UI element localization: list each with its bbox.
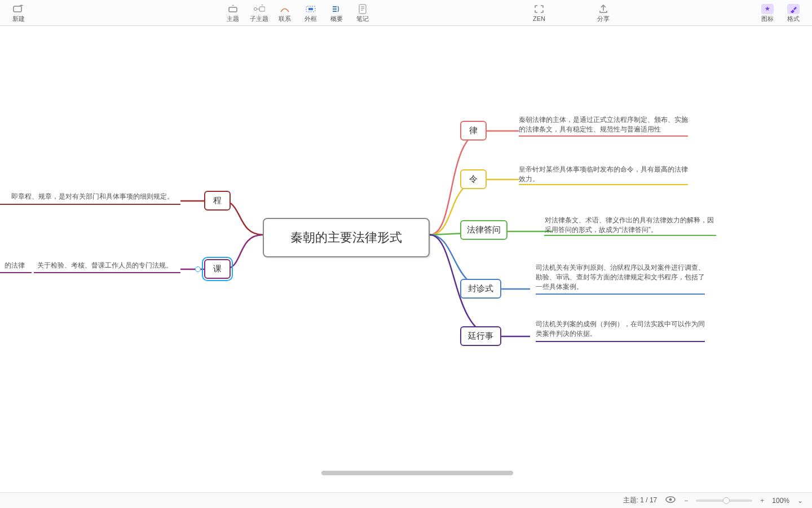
boundary-icon [304,4,317,14]
svg-rect-10 [308,8,313,10]
new-button[interactable]: 新建 [6,0,32,25]
summary-button[interactable]: 概要 [324,0,350,25]
desc-cheng: 即章程、规章，是对有关部门和具体事项的细则规定。 [11,192,180,202]
zen-label: ZEN [533,15,545,22]
summary-icon [330,4,343,14]
node-ling[interactable]: 令 [460,169,487,189]
subtopic-icon: + [253,4,265,14]
svg-rect-6 [259,7,265,11]
subtopic-button[interactable]: + 子主题 [246,0,272,25]
topic-label: 主题 [227,15,239,22]
connectors [0,26,812,492]
boundary-button[interactable]: 外框 [298,0,324,25]
node-lv[interactable]: 律 [460,121,487,141]
summary-label: 概要 [330,15,343,22]
new-label: 新建 [12,15,25,22]
subtopic-label: 子主题 [250,15,268,22]
topic-icon: + [227,4,239,14]
relation-icon [279,4,291,14]
star-icon: ★ [761,4,774,14]
status-bar: 主题: 1 / 17 − + 100% ⌄ [0,492,812,508]
desc-ling: 皇帝针对某些具体事项临时发布的命令，具有最高的法律效力。 [519,165,688,184]
new-icon [12,4,25,14]
desc-ting: 司法机关判案的成例（判例），在司法实践中可以作为同类案件判决的依据。 [536,319,705,339]
node-dawen[interactable]: 法律答问 [460,220,508,240]
selection-handle[interactable] [195,266,201,272]
desc-lv: 秦朝法律的主体，是通过正式立法程序制定、颁布、实施的法律条文，具有稳定性、规范性… [519,115,688,134]
icons-label: 图标 [761,15,774,22]
desc-ke-a: 的法律 [0,261,25,270]
note-label: 笔记 [356,15,369,22]
svg-point-27 [669,498,672,501]
svg-text:+: + [232,5,235,8]
boundary-label: 外框 [304,15,317,22]
icons-button[interactable]: ★ 图标 [754,0,780,25]
format-button[interactable]: 格式 [780,0,806,25]
node-cheng[interactable]: 程 [204,191,231,211]
note-icon [356,4,369,14]
node-ke[interactable]: 课 [204,259,231,279]
visibility-toggle[interactable] [665,496,676,505]
desc-feng: 司法机关有关审判原则、治狱程序以及对案件进行调查、勘验、审讯、查封等方面的法律规… [536,263,705,292]
zoom-in-button[interactable]: + [760,497,764,505]
zoom-menu-chevron-icon[interactable]: ⌄ [797,497,803,505]
desc-dawen: 对法律条文、术语、律义作出的具有法律效力的解释，因采用答问的形式，故成为“法律答… [545,216,714,235]
svg-rect-3 [229,7,237,12]
zoom-slider-knob[interactable] [723,497,730,504]
svg-rect-0 [14,6,21,12]
svg-rect-14 [359,5,366,14]
svg-text:+: + [261,5,263,7]
share-label: 分享 [597,15,610,22]
zen-icon [533,4,545,14]
relation-label: 联系 [279,15,291,22]
topic-count: 主题: 1 / 17 [623,496,657,505]
zoom-value: 100% [772,497,789,505]
node-feng[interactable]: 封诊式 [460,279,501,299]
toolbar: 新建 + 主题 + 子主题 联系 外框 概要 笔记 Z [0,0,812,26]
share-button[interactable]: 分享 [586,0,620,25]
mindmap-canvas[interactable]: 秦朝的主要法律形式 程 即章程、规章，是对有关部门和具体事项的细则规定。 课 的… [0,26,812,492]
relation-button[interactable]: 联系 [272,0,298,25]
central-topic[interactable]: 秦朝的主要法律形式 [263,218,430,257]
topic-button[interactable]: + 主题 [220,0,246,25]
zen-button[interactable]: ZEN [522,0,556,25]
node-ting[interactable]: 廷行事 [460,326,501,346]
svg-point-5 [254,7,257,10]
desc-ke-b: 关于检验、考核、督课工作人员的专门法规。 [37,261,178,270]
zoom-slider[interactable] [696,500,752,502]
share-icon [597,4,610,14]
horizontal-scrollbar[interactable] [321,471,513,475]
zoom-out-button[interactable]: − [684,497,688,505]
brush-icon [787,4,800,14]
format-label: 格式 [787,15,800,22]
note-button[interactable]: 笔记 [350,0,376,25]
